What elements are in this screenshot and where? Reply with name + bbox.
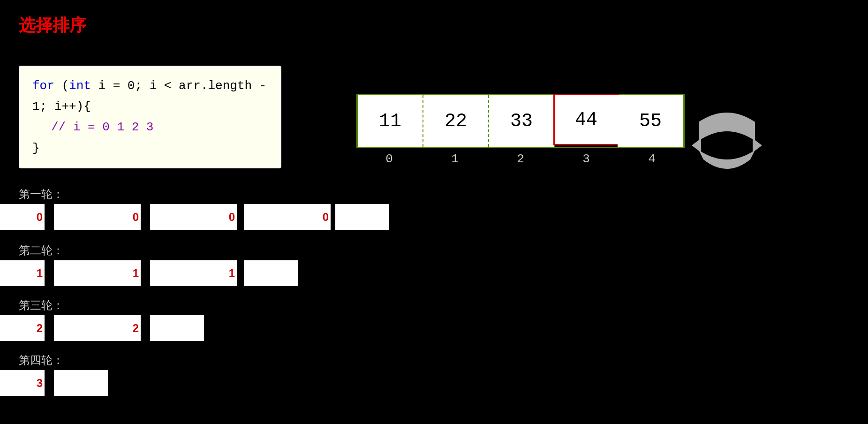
round3-box3 — [150, 315, 204, 341]
array-cell-0: 11 — [358, 95, 423, 147]
round1-box2: 0 — [54, 204, 141, 230]
array-container: 11 22 33 44 55 0 1 2 3 4 — [356, 94, 685, 166]
round4-box2 — [54, 370, 108, 396]
svg-marker-1 — [692, 138, 701, 152]
array-cell-3: 44 — [553, 94, 619, 145]
round2-box4 — [244, 260, 298, 286]
round1-box3: 0 — [150, 204, 237, 230]
array-index-4: 4 — [619, 152, 685, 166]
array-cell-1: 22 — [423, 95, 489, 147]
round2-box2: 1 — [54, 260, 141, 286]
round3-label: 第三轮： — [19, 298, 64, 313]
array-indices: 0 1 2 3 4 — [356, 152, 685, 166]
page-title: 选择排序 — [19, 14, 86, 37]
round1-box5 — [335, 204, 389, 230]
round2-box3: 1 — [150, 260, 237, 286]
round4-box1: 3 — [0, 370, 45, 396]
round3-box1: 2 — [0, 315, 45, 341]
code-comment: // i = 0 1 2 3 — [51, 120, 153, 134]
code-line1-text: (int i = 0; i < arr.length - 1; i++){ — [32, 79, 266, 114]
array-index-2: 2 — [488, 152, 553, 166]
round1-box4: 0 — [244, 204, 331, 230]
array-cell-4: 55 — [618, 95, 683, 147]
round3-box2: 2 — [54, 315, 141, 341]
code-line-2: // i = 0 1 2 3 — [32, 117, 268, 137]
round4-label: 第四轮： — [19, 353, 64, 368]
array-index-0: 0 — [356, 152, 422, 166]
round2-box1: 1 — [0, 260, 45, 286]
round1-label: 第一轮： — [19, 187, 64, 202]
svg-marker-0 — [753, 138, 762, 152]
array-index-1: 1 — [422, 152, 488, 166]
swap-arrow — [680, 113, 774, 178]
round1-box1: 0 — [0, 204, 45, 230]
code-block: for (int i = 0; i < arr.length - 1; i++)… — [19, 66, 281, 168]
round2-label: 第二轮： — [19, 243, 64, 258]
code-line-3: } — [32, 138, 268, 159]
code-line-1: for (int i = 0; i < arr.length - 1; i++)… — [32, 76, 268, 117]
array-index-3: 3 — [553, 152, 619, 166]
array-cells: 11 22 33 44 55 — [356, 94, 685, 148]
array-cell-2: 33 — [489, 95, 555, 147]
keyword-for: for — [32, 79, 54, 93]
